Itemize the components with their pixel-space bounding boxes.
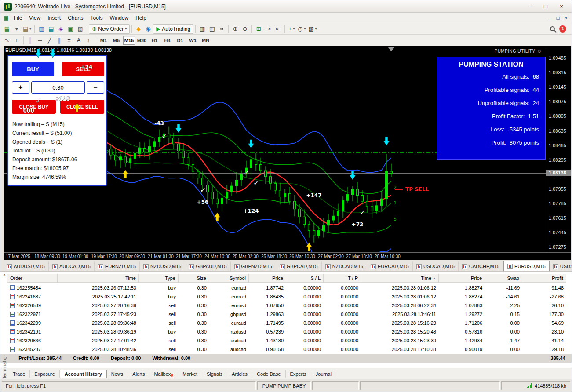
terminal-tab-signals[interactable]: Signals [202,370,227,378]
chart-tab-nzdcad-m15[interactable]: NZDCAD,M15 [322,261,367,271]
menu-item-insert[interactable]: Insert [44,14,64,22]
chart-tab-eurcad-m15[interactable]: EURCAD,M15 [367,261,413,271]
column-header-time[interactable]: Time [58,274,139,282]
templates-button[interactable]: ▨▾ [307,24,318,34]
column-header-order[interactable]: Order [7,274,58,282]
timeframe-d1[interactable]: D1 [174,36,186,45]
column-header-s-l[interactable]: S / L [286,274,324,282]
column-header-time[interactable]: Time▲ [361,274,439,282]
terminal-tab-code-base[interactable]: Code Base [252,370,285,378]
terminal-tab-articles[interactable]: Articles [227,370,252,378]
terminal-tab-market[interactable]: Market [178,370,202,378]
terminal-tab-account-history[interactable]: Account History [60,370,107,378]
line-chart-button[interactable]: ≈ [217,24,226,34]
zoom-out-button[interactable]: ⊖ [240,24,250,34]
terminal-toggle-button[interactable]: ▣ [66,24,75,34]
chart-tab-gbpaud-m15[interactable]: GBPAUD,M15 [185,261,230,271]
terminal-tab-journal[interactable]: Journal [311,370,336,378]
timeframe-h1[interactable]: H1 [149,36,160,45]
vertical-line-tool[interactable]: │ [26,36,35,45]
navigator-button[interactable]: ◈ [56,24,66,34]
lot-decrease-button[interactable]: − [87,81,104,94]
column-header-size[interactable]: Size [179,274,209,282]
chart-list-dropdown-icon[interactable]: ▾ [12,24,22,34]
notification-badge[interactable]: 1 [559,25,566,33]
zoom-in-button[interactable]: ⊕ [230,24,240,34]
search-icon[interactable] [550,26,555,31]
chart-tab-audusd-m15[interactable]: AUDUSD,M15 [3,261,49,271]
auto-scroll-button[interactable]: ⇥ [263,24,273,34]
terminal-tab-trade[interactable]: Trade [8,370,30,378]
history-row[interactable]: 1623422092025.03.28 09:36:48sell0.30eura… [7,319,566,327]
indicators-button[interactable]: +▾ [287,24,296,34]
chart-tab-gbpcad-m15[interactable]: GBPCAD,M15 [276,261,322,271]
strategy-tester-button[interactable]: ▧ [75,24,85,34]
terminal-tab-alerts[interactable]: Alerts [128,370,149,378]
profiles-button[interactable]: ▤▾ [22,24,33,34]
menu-item-file[interactable]: File [10,14,26,22]
column-header-symbol[interactable]: Symbol [209,274,249,282]
arrows-tool[interactable]: ↕ [84,36,93,45]
menu-item-help[interactable]: Help [132,14,150,22]
timeframe-m5[interactable]: M5 [110,36,122,45]
trendline-tool[interactable]: ╱ [45,36,55,45]
text-tool[interactable]: A [74,36,84,45]
metaeditor-button[interactable]: ◆ [134,24,143,34]
menu-item-charts[interactable]: Charts [64,14,87,22]
menu-item-view[interactable]: View [26,14,44,22]
data-window-button[interactable]: ▤ [46,24,56,34]
history-row[interactable]: 1623265392025.03.27 20:16:38sell0.30euru… [7,301,566,310]
column-header-price[interactable]: Price [439,274,485,282]
chart-tab-audcad-m15[interactable]: AUDCAD,M15 [49,261,95,271]
sell-button[interactable]: SELL [62,62,104,76]
close-icon[interactable]: × [555,2,568,11]
history-row[interactable]: 1623421912025.03.28 09:36:19buy0.30nzdus… [7,327,566,336]
mdi-minimize-icon[interactable]: – [546,15,554,21]
buy-button[interactable]: BUY [12,62,54,76]
candlestick-chart-button[interactable]: ◫ [207,24,217,34]
chart-tab-eurnzd-m15[interactable]: EURNZD,M15 [95,261,140,271]
bar-chart-button[interactable]: ▥ [197,24,207,34]
column-header-type[interactable]: Type [139,274,179,282]
chart-tab-usdcad-m15[interactable]: USDCAD,M15 [413,261,459,271]
timeframe-m15[interactable]: M15 [123,36,135,45]
terminal-close-icon[interactable]: × [2,272,7,278]
terminal-tab-mailbox[interactable]: Mailbox8 [149,370,178,378]
timeframe-w1[interactable]: W1 [187,36,199,45]
maximize-icon[interactable]: □ [539,2,552,11]
history-row[interactable]: 1623452872025.03.28 10:48:36sell0.30audc… [7,345,566,354]
chart-tab-nzdusd-m15[interactable]: NZDUSD,M15 [140,261,185,271]
fibonacci-tool[interactable]: ≡ [64,36,74,45]
market-watch-button[interactable]: ▥ [36,24,46,34]
mdi-restore-icon[interactable]: □ [554,15,562,21]
terminal-tab-news[interactable]: News [107,370,128,378]
lot-size-field[interactable]: 0.30 [31,81,85,94]
periods-button[interactable]: ◷▾ [296,24,307,34]
terminal-tab-experts[interactable]: Experts [286,370,311,378]
crosshair-tool[interactable]: + [12,36,22,45]
time-axis[interactable]: 17 Mar 202518 Mar 09:3019 Mar 01:3019 Ma… [4,252,571,260]
column-header-swap[interactable]: Swap [485,274,522,282]
autotrading-button[interactable]: ▶AutoTrading [153,24,193,34]
lot-increase-button[interactable]: + [12,81,29,94]
channel-tool[interactable]: ∥ [55,36,64,45]
new-order-button[interactable]: ⊕New Order▾ [89,24,130,34]
chart-tab-gbpnzd-m15[interactable]: GBPNZD,M15 [231,261,276,271]
column-header-price[interactable]: Price [249,274,286,282]
history-row[interactable]: 1623208662025.03.27 17:01:42sell0.30usdc… [7,336,566,345]
timeframe-mn[interactable]: MN [200,36,211,45]
minimize-icon[interactable]: – [523,2,536,11]
chart-tab-eurusd-m15[interactable]: EURUSD,M15 [503,261,550,271]
history-row[interactable]: 1623229712025.03.27 17:45:23sell0.30gbpu… [7,310,566,319]
community-button[interactable]: ◉ [143,24,153,34]
mdi-close-icon[interactable]: × [562,15,570,21]
column-header-profit[interactable]: Profit [522,274,566,282]
timeframe-m1[interactable]: M1 [98,36,109,45]
close-sell-button[interactable]: CLOSE SELL [60,100,104,114]
new-chart-button[interactable]: ▦ [2,24,12,34]
tile-windows-button[interactable]: ⊞ [254,24,263,34]
menu-item-tools[interactable]: Tools [87,14,106,22]
chart-area[interactable]: ✓✓✓✓✓-43+56+124+147+72TP SELL215 EURUSD,… [4,46,571,260]
price-axis[interactable]: 1.094851.093151.091451.089751.088051.086… [546,46,571,252]
horizontal-line-tool[interactable]: ─ [35,36,45,45]
